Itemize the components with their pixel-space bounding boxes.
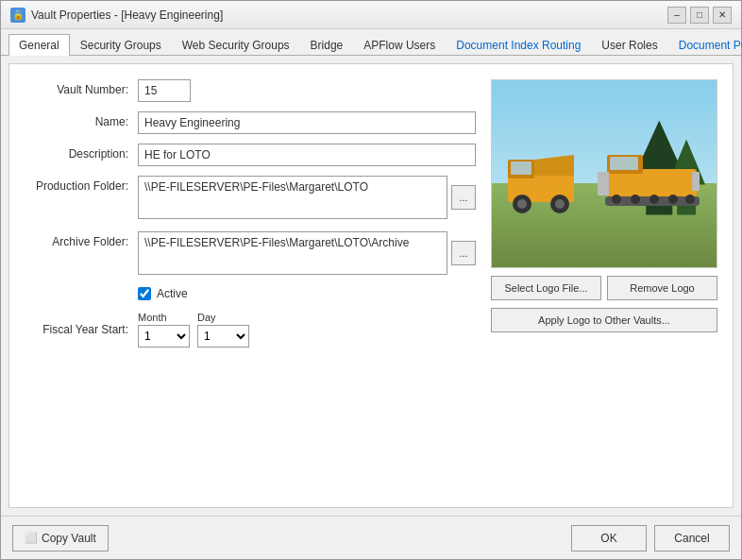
month-sublabel: Month	[138, 312, 190, 323]
ok-button[interactable]: OK	[571, 525, 647, 552]
bottom-right: OK Cancel	[571, 525, 730, 552]
production-folder-input[interactable]: \\PE-FILESERVER\PE-Files\Margaret\LOTO	[138, 176, 447, 219]
archive-folder-input-wrap: \\PE-FILESERVER\PE-Files\Margaret\LOTO\A…	[138, 231, 447, 278]
svg-rect-11	[598, 172, 609, 195]
equipment-svg	[503, 136, 711, 221]
copy-vault-button[interactable]: ⬜ Copy Vault	[12, 525, 109, 552]
title-bar: 🔒 Vault Properties - [Heavy Engineering]…	[1, 1, 741, 29]
select-logo-file-button[interactable]: Select Logo File...	[491, 276, 601, 300]
vault-number-label: Vault Number:	[25, 79, 138, 96]
window-title: Vault Properties - [Heavy Engineering]	[31, 8, 223, 22]
name-control	[138, 111, 476, 134]
archive-folder-browse-button[interactable]: ...	[451, 241, 476, 265]
vault-number-control	[138, 79, 476, 102]
tab-user-roles[interactable]: User Roles	[591, 34, 667, 56]
archive-folder-input[interactable]: \\PE-FILESERVER\PE-Files\Margaret\LOTO\A…	[138, 231, 447, 275]
svg-point-4	[517, 199, 527, 209]
description-control	[138, 144, 476, 166]
production-folder-input-wrap: \\PE-FILESERVER\PE-Files\Margaret\LOTO	[138, 176, 447, 222]
svg-rect-10	[610, 157, 638, 170]
archive-folder-label: Archive Folder:	[25, 231, 138, 248]
archive-folder-control: \\PE-FILESERVER\PE-Files\Margaret\LOTO\A…	[138, 231, 476, 278]
copy-vault-icon: ⬜	[25, 532, 38, 544]
svg-point-15	[631, 195, 640, 204]
svg-point-16	[649, 195, 659, 204]
close-button[interactable]: ✕	[713, 7, 732, 24]
vault-number-row: Vault Number:	[25, 79, 476, 102]
archive-folder-row-inner: \\PE-FILESERVER\PE-Files\Margaret\LOTO\A…	[138, 231, 476, 278]
remove-logo-button[interactable]: Remove Logo	[607, 276, 717, 300]
tab-security-groups[interactable]: Security Groups	[70, 34, 172, 56]
logo-btn-row: Select Logo File... Remove Logo	[491, 276, 717, 300]
production-folder-browse-button[interactable]: ...	[451, 185, 476, 210]
svg-point-17	[668, 195, 678, 204]
active-checkbox-row: Active	[138, 287, 476, 300]
production-folder-control: \\PE-FILESERVER\PE-Files\Margaret\LOTO .…	[138, 176, 476, 222]
title-controls: – □ ✕	[667, 7, 732, 24]
month-select[interactable]: 1 2 3 4 5 6 7 8 9 10 11	[138, 325, 190, 348]
name-row: Name:	[25, 111, 476, 134]
bottom-bar: ⬜ Copy Vault OK Cancel	[1, 516, 741, 559]
day-select[interactable]: 1 2 3 4 5 6 7 8 9 10 15	[197, 325, 249, 348]
apply-logo-button[interactable]: Apply Logo to Other Vaults...	[491, 308, 717, 332]
logo-preview	[491, 79, 717, 268]
production-folder-label: Production Folder:	[25, 176, 138, 193]
svg-rect-12	[692, 172, 700, 191]
tab-bridge[interactable]: Bridge	[300, 34, 354, 56]
description-row: Description:	[25, 144, 476, 166]
name-label: Name:	[25, 111, 138, 128]
cancel-button[interactable]: Cancel	[654, 525, 730, 552]
svg-point-6	[555, 199, 565, 209]
production-folder-row: Production Folder: \\PE-FILESERVER\PE-Fi…	[25, 176, 476, 222]
svg-marker-7	[534, 155, 574, 176]
left-panel: Vault Number: Name: Description:	[25, 79, 476, 492]
fiscal-year-row: Fiscal Year Start: Month 1 2 3 4 5 6	[25, 312, 476, 348]
tab-apflow-users[interactable]: APFlow Users	[353, 34, 446, 56]
vault-number-input[interactable]	[138, 79, 191, 102]
tab-web-security-groups[interactable]: Web Security Groups	[172, 34, 300, 56]
active-checkbox[interactable]	[138, 287, 151, 300]
fiscal-year-controls: Month 1 2 3 4 5 6 7 8 9 1	[138, 312, 249, 348]
description-input[interactable]	[138, 144, 476, 166]
svg-point-18	[685, 195, 695, 204]
svg-rect-2	[511, 161, 531, 175]
fiscal-year-label: Fiscal Year Start:	[25, 323, 138, 336]
tab-bar: General Security Groups Web Security Gro…	[1, 29, 741, 56]
day-group: Day 1 2 3 4 5 6 7 8 9 10	[197, 312, 249, 348]
window-icon: 🔒	[10, 8, 25, 23]
content-area: Vault Number: Name: Description:	[8, 63, 734, 508]
production-folder-row-inner: \\PE-FILESERVER\PE-Files\Margaret\LOTO .…	[138, 176, 476, 222]
tab-document-index-routing[interactable]: Document Index Routing	[446, 34, 591, 56]
svg-point-14	[612, 195, 621, 204]
main-content: Vault Number: Name: Description:	[9, 64, 733, 507]
bottom-left: ⬜ Copy Vault	[12, 525, 109, 552]
main-window: 🔒 Vault Properties - [Heavy Engineering]…	[0, 0, 742, 560]
name-input[interactable]	[138, 111, 476, 134]
maximize-button[interactable]: □	[690, 7, 709, 24]
day-sublabel: Day	[197, 312, 249, 323]
tab-general[interactable]: General	[8, 34, 70, 56]
tab-document-publishing[interactable]: Document Publishing	[668, 34, 742, 56]
minimize-button[interactable]: –	[667, 7, 686, 24]
description-label: Description:	[25, 144, 138, 161]
right-panel: Select Logo File... Remove Logo Apply Lo…	[491, 79, 717, 492]
active-label: Active	[157, 287, 188, 300]
title-bar-left: 🔒 Vault Properties - [Heavy Engineering]	[10, 8, 223, 23]
month-group: Month 1 2 3 4 5 6 7 8 9 1	[138, 312, 190, 348]
archive-folder-row: Archive Folder: \\PE-FILESERVER\PE-Files…	[25, 231, 476, 278]
